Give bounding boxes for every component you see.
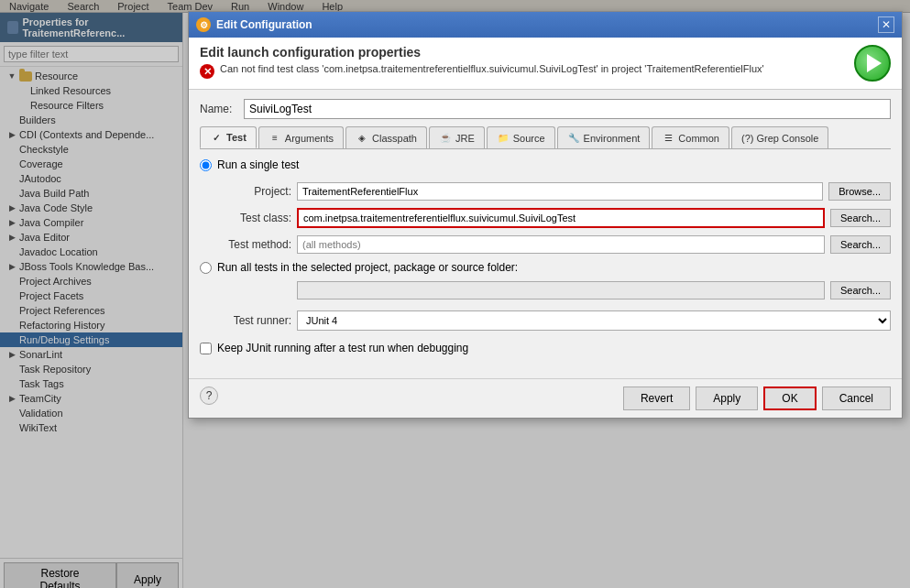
tab-grep-console-label: (?) Grep Console xyxy=(741,133,818,144)
dialog-main-title: Edit launch configuration properties xyxy=(200,45,845,60)
arguments-tab-icon: ≡ xyxy=(269,132,281,145)
tab-grep-console[interactable]: (?) Grep Console xyxy=(731,126,828,148)
tab-classpath-label: Classpath xyxy=(372,133,417,144)
tab-arguments[interactable]: ≡ Arguments xyxy=(258,126,344,148)
test-method-label: Test method: xyxy=(200,238,291,251)
classpath-tab-icon: ◈ xyxy=(356,132,368,145)
test-method-row: Test method: Search... xyxy=(200,235,891,254)
jre-tab-icon: ☕ xyxy=(439,132,452,145)
test-tab-icon: ✓ xyxy=(210,131,223,144)
run-button[interactable] xyxy=(854,45,891,82)
dialog-titlebar-left: ⚙ Edit Configuration xyxy=(196,17,312,32)
keep-junit-label: Keep JUnit running after a test run when… xyxy=(217,342,468,354)
test-class-search-button[interactable]: Search... xyxy=(830,209,891,227)
test-class-row: Test class: Search... xyxy=(200,208,891,228)
tab-content-test: Run a single test Project: Browse... Tes… xyxy=(200,158,891,354)
tab-jre[interactable]: ☕ JRE xyxy=(429,126,485,148)
project-label: Project: xyxy=(200,185,291,198)
edit-configuration-dialog: ⚙ Edit Configuration ✕ Edit launch confi… xyxy=(188,11,903,419)
apply-button[interactable]: Apply xyxy=(696,387,758,410)
dialog-title-text: Edit Configuration xyxy=(216,18,312,31)
dialog-footer-help: ? xyxy=(200,387,218,410)
cancel-button[interactable]: Cancel xyxy=(822,387,891,410)
project-browse-button[interactable]: Browse... xyxy=(828,182,891,201)
run-triangle-icon xyxy=(867,54,882,72)
project-input[interactable] xyxy=(297,182,823,201)
name-row: Name: xyxy=(200,99,891,119)
tab-common-label: Common xyxy=(678,133,719,144)
run-all-tests-row: Run all tests in the selected project, p… xyxy=(200,261,891,274)
ok-button[interactable]: OK xyxy=(763,387,816,410)
dialog-footer: ? Revert Apply OK Cancel xyxy=(189,378,902,418)
error-row: ✕ Can not find test class 'com.inetpsa.t… xyxy=(200,63,845,79)
test-method-search-button[interactable]: Search... xyxy=(830,235,891,254)
dialog-header: Edit launch configuration properties ✕ C… xyxy=(189,38,902,90)
run-all-search-button[interactable]: Search... xyxy=(830,281,891,299)
run-single-test-row: Run a single test xyxy=(200,158,891,171)
dialog-close-button[interactable]: ✕ xyxy=(878,16,894,33)
tab-test-label: Test xyxy=(226,132,247,143)
keep-junit-row: Keep JUnit running after a test run when… xyxy=(200,342,891,354)
common-tab-icon: ☰ xyxy=(662,132,674,145)
error-icon: ✕ xyxy=(200,64,214,79)
environment-tab-icon: 🔧 xyxy=(567,132,580,145)
run-single-test-radio[interactable] xyxy=(200,159,212,171)
run-all-tests-label: Run all tests in the selected project, p… xyxy=(217,261,518,274)
test-runner-row: Test runner: JUnit 4 xyxy=(200,310,891,331)
source-tab-icon: 📁 xyxy=(497,132,510,145)
help-button[interactable]: ? xyxy=(200,387,218,405)
tab-classpath[interactable]: ◈ Classpath xyxy=(345,126,427,148)
tab-environment-label: Environment xyxy=(584,133,641,144)
tab-environment[interactable]: 🔧 Environment xyxy=(557,126,651,148)
run-single-test-label: Run a single test xyxy=(217,158,299,171)
tab-common[interactable]: ☰ Common xyxy=(652,126,729,148)
tab-source[interactable]: 📁 Source xyxy=(487,126,555,148)
name-label: Name: xyxy=(200,103,236,115)
test-runner-select[interactable]: JUnit 4 xyxy=(297,310,891,331)
test-class-input[interactable] xyxy=(297,208,825,228)
run-all-tests-radio[interactable] xyxy=(200,262,212,274)
run-all-search-input[interactable] xyxy=(297,281,825,299)
test-method-input[interactable] xyxy=(297,235,825,254)
dialog-header-content: Edit launch configuration properties ✕ C… xyxy=(200,45,845,79)
dialog-titlebar: ⚙ Edit Configuration ✕ xyxy=(189,12,902,38)
test-class-label: Test class: xyxy=(200,212,291,224)
tab-test[interactable]: ✓ Test xyxy=(200,126,257,148)
error-message: Can not find test class 'com.inetpsa.tra… xyxy=(220,63,764,74)
dialog-title-icon: ⚙ xyxy=(196,17,211,32)
dialog-body: Name: ✓ Test ≡ Arguments ◈ Classpath ☕ J… xyxy=(189,90,902,378)
name-input[interactable] xyxy=(244,99,891,119)
tab-arguments-label: Arguments xyxy=(285,133,334,144)
tabs-bar: ✓ Test ≡ Arguments ◈ Classpath ☕ JRE 📁 S… xyxy=(200,126,891,149)
revert-button[interactable]: Revert xyxy=(623,387,690,410)
project-row: Project: Browse... xyxy=(200,182,891,201)
keep-junit-checkbox[interactable] xyxy=(200,343,212,354)
test-runner-label: Test runner: xyxy=(200,314,291,327)
tab-jre-label: JRE xyxy=(455,133,475,144)
run-all-search-row: Search... xyxy=(200,281,891,299)
tab-source-label: Source xyxy=(513,133,545,144)
